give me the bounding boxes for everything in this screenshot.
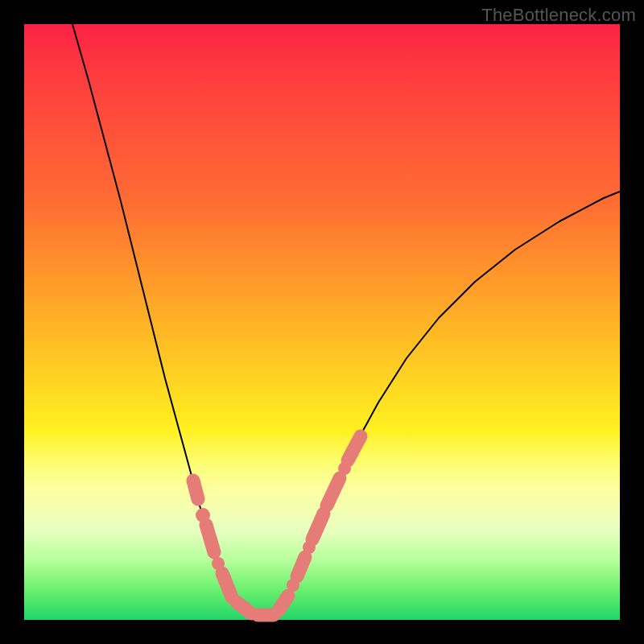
bottleneck-curve xyxy=(72,24,620,616)
curve-marker xyxy=(222,573,232,597)
curve-marker xyxy=(279,596,288,610)
curve-marker xyxy=(237,602,251,613)
marker-group xyxy=(193,436,361,615)
chart-svg xyxy=(24,24,620,620)
curve-marker xyxy=(327,478,340,506)
chart-frame: TheBottleneck.com xyxy=(0,0,644,644)
curve-marker xyxy=(348,436,361,460)
plot-area xyxy=(24,24,620,620)
curve-group xyxy=(72,24,620,616)
curve-marker xyxy=(206,525,214,552)
curve-marker xyxy=(193,481,198,499)
curve-marker xyxy=(297,557,305,576)
watermark-text: TheBottleneck.com xyxy=(481,5,636,26)
curve-marker xyxy=(312,514,324,539)
